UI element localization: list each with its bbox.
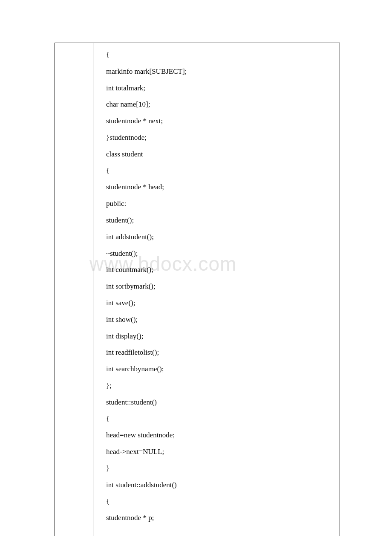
code-line: int sortbymark(); [106, 281, 340, 292]
code-line: studentnode * next; [106, 116, 340, 126]
table-code-column: { markinfo mark[SUBJECT]; int totalmark;… [93, 43, 340, 536]
code-line: int student::addstudent() [106, 480, 340, 490]
code-line: public: [106, 199, 340, 209]
code-line: student(); [106, 215, 340, 225]
code-line: head->next=NULL; [106, 447, 340, 457]
code-line: int save(); [106, 298, 340, 308]
code-line: } [106, 463, 340, 474]
code-line: char name[10]; [106, 99, 340, 110]
code-line: studentnode * head; [106, 182, 340, 192]
code-line: { [106, 50, 340, 60]
code-line: markinfo mark[SUBJECT]; [106, 66, 340, 77]
code-line: { [106, 166, 340, 176]
code-line: int readfiletolist(); [106, 347, 340, 358]
code-line: studentnode * p; [106, 513, 340, 523]
code-line: { [106, 414, 340, 424]
code-line: }studentnode; [106, 133, 340, 143]
code-table: { markinfo mark[SUBJECT]; int totalmark;… [55, 43, 340, 536]
code-line: int show(); [106, 315, 340, 325]
code-line: int totalmark; [106, 83, 340, 93]
code-line: student::student() [106, 397, 340, 408]
code-line: head=new studentnode; [106, 430, 340, 440]
code-line: int display(); [106, 331, 340, 341]
code-line: class student [106, 149, 340, 159]
code-line: ~student(); [106, 249, 340, 259]
code-line: int addstudent(); [106, 232, 340, 242]
code-line: int searchbyname(); [106, 364, 340, 374]
table-left-column [55, 43, 93, 536]
code-line: }; [106, 381, 340, 391]
code-line: int countmark(); [106, 265, 340, 275]
code-line: { [106, 497, 340, 507]
